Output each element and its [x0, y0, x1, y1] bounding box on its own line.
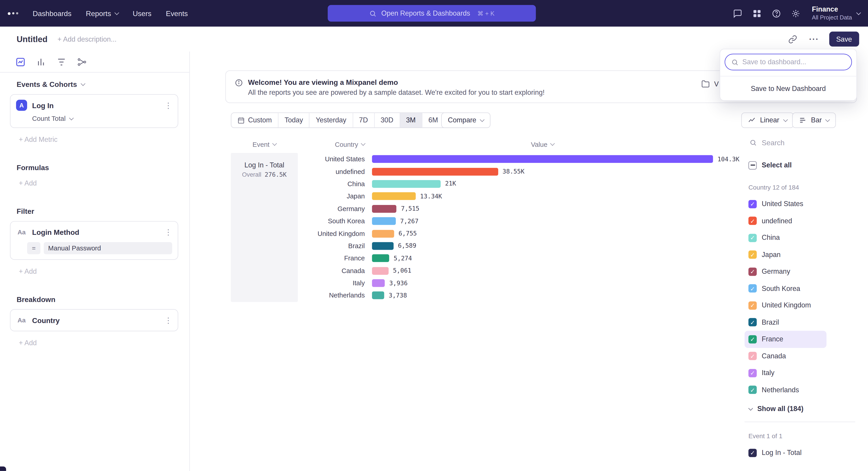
nav-item-dashboards[interactable]: Dashboards	[27, 6, 77, 21]
bar[interactable]	[372, 155, 713, 163]
events-cohorts-heading[interactable]: Events & Cohorts	[17, 80, 189, 89]
bar[interactable]	[372, 292, 384, 299]
event-series-cell[interactable]: Log In - Total Overall 276.5K	[231, 153, 298, 302]
date-range-30d[interactable]: 30D	[374, 113, 399, 127]
global-search-button[interactable]: Open Reports & Dashboards ⌘ + K	[328, 5, 536, 22]
bar[interactable]	[372, 193, 416, 200]
flows-tab-icon[interactable]	[77, 57, 87, 67]
country-filter-japan[interactable]: ✓ Japan	[745, 246, 827, 263]
country-filter-label: Brazil	[762, 319, 779, 326]
checkbox-checked-icon[interactable]: ✓	[748, 200, 757, 208]
country-filter-united-states[interactable]: ✓ United States	[745, 196, 827, 212]
project-selector[interactable]: Finance All Project Data	[812, 6, 860, 21]
save-to-new-dashboard-item[interactable]: Save to New Dashboard	[720, 76, 856, 100]
kebab-menu-icon[interactable]: ⋮	[164, 228, 172, 237]
bar[interactable]	[372, 242, 394, 250]
bar-value-label: 21K	[445, 180, 456, 187]
filter-value-input[interactable]	[43, 242, 172, 254]
show-all-button[interactable]: Show all (184)	[745, 401, 868, 417]
help-icon[interactable]	[772, 8, 781, 18]
country-filter-germany[interactable]: ✓ Germany	[745, 263, 827, 280]
date-range-yesterday[interactable]: Yesterday	[309, 113, 352, 127]
select-all-row[interactable]: Select all	[745, 157, 868, 173]
column-header-event[interactable]: Event	[231, 141, 298, 148]
aggregation-selector[interactable]: Count Total	[32, 115, 73, 122]
bar[interactable]	[372, 205, 397, 213]
breakdown-property-name[interactable]: Country	[32, 316, 159, 324]
checkbox-checked-icon[interactable]: ✓	[748, 301, 757, 310]
column-header-country[interactable]: Country	[298, 141, 365, 148]
mixpanel-logo[interactable]	[8, 8, 18, 19]
panel-search-input[interactable]	[762, 139, 845, 147]
date-range-7d[interactable]: 7D	[352, 113, 374, 127]
settings-gear-icon[interactable]	[791, 8, 801, 18]
country-filter-south-korea[interactable]: ✓ South Korea	[745, 280, 827, 297]
checkbox-checked-icon[interactable]: ✓	[748, 284, 757, 293]
bar[interactable]	[372, 230, 394, 237]
bar[interactable]	[372, 279, 385, 287]
checkbox-checked-icon[interactable]: ✓	[748, 352, 757, 360]
chart-type-button[interactable]: Bar	[792, 112, 836, 128]
chart-mode-button[interactable]: Linear	[741, 112, 794, 128]
compare-button[interactable]: Compare	[441, 112, 491, 128]
bar[interactable]	[372, 180, 441, 188]
date-range-3m[interactable]: 3M	[399, 113, 422, 127]
bar-value-label: 3,936	[389, 279, 408, 287]
add-description-button[interactable]: + Add description...	[57, 35, 116, 43]
kebab-menu-icon[interactable]: ⋮	[164, 101, 172, 110]
add-filter-button[interactable]: + Add	[19, 268, 37, 275]
country-filter-france[interactable]: ✓ France	[745, 331, 827, 348]
checkbox-checked-icon[interactable]: ✓	[748, 234, 757, 242]
checkbox-checked-icon[interactable]: ✓	[748, 267, 757, 276]
nav-item-events[interactable]: Events	[160, 6, 193, 21]
checkbox-checked-icon[interactable]: ✓	[748, 369, 757, 377]
copy-link-icon[interactable]	[786, 32, 799, 46]
add-formula-button[interactable]: + Add	[19, 179, 37, 187]
country-filter-italy[interactable]: ✓ Italy	[745, 364, 827, 381]
bar[interactable]	[372, 168, 498, 175]
metric-event-name[interactable]: Log In	[32, 101, 159, 110]
column-header-value[interactable]: Value	[372, 141, 713, 148]
checkbox-checked-icon[interactable]: ✓	[748, 318, 757, 326]
checkbox-checked-icon[interactable]: ✓	[748, 251, 757, 259]
country-filter-netherlands[interactable]: ✓ Netherlands	[745, 381, 827, 399]
panel-search[interactable]	[745, 133, 868, 151]
date-range-6m[interactable]: 6M	[422, 113, 444, 127]
country-filter-undefined[interactable]: ✓ undefined	[745, 212, 827, 229]
bar-chart-tab-icon[interactable]	[36, 57, 46, 67]
banner-action-button[interactable]: V	[702, 80, 719, 88]
apps-grid-icon[interactable]	[752, 8, 762, 18]
date-range-today[interactable]: Today	[278, 113, 309, 127]
country-filter-china[interactable]: ✓ China	[745, 229, 827, 246]
funnel-tab-icon[interactable]	[57, 57, 66, 67]
checkbox-checked-icon[interactable]: ✓	[748, 335, 757, 344]
country-filter-canada[interactable]: ✓ Canada	[745, 348, 827, 365]
feedback-icon[interactable]	[733, 8, 743, 18]
checkbox-checked-icon[interactable]: ✓	[748, 386, 757, 394]
bar[interactable]	[372, 267, 389, 275]
filter-operator[interactable]: =	[27, 242, 40, 254]
kebab-menu-icon[interactable]: ⋮	[164, 316, 172, 325]
date-range-custom[interactable]: Custom	[231, 113, 278, 127]
dashboard-search-field[interactable]	[725, 54, 852, 70]
country-filter-brazil[interactable]: ✓ Brazil	[745, 314, 827, 331]
add-metric-button[interactable]: + Add Metric	[19, 136, 57, 143]
bar[interactable]	[372, 255, 389, 262]
nav-item-reports[interactable]: Reports	[80, 6, 124, 21]
save-button[interactable]: Save	[829, 32, 859, 47]
event-filter-checkbox[interactable]: ✓	[748, 449, 757, 457]
report-title[interactable]: Untitled	[17, 34, 48, 44]
dashboard-search-input[interactable]	[742, 58, 845, 66]
insights-tab-icon[interactable]	[16, 57, 26, 67]
more-options-icon[interactable]: ···	[807, 32, 821, 46]
date-range-label: Today	[285, 116, 303, 124]
filter-property-name[interactable]: Login Method	[32, 228, 159, 236]
checkbox-indeterminate-icon[interactable]	[748, 161, 757, 169]
nav-item-users[interactable]: Users	[127, 6, 157, 21]
chevron-down-icon	[272, 141, 277, 146]
bar[interactable]	[372, 217, 396, 225]
event-filter-row[interactable]: ✓ Log In - Total	[745, 444, 827, 461]
country-filter-united-kingdom[interactable]: ✓ United Kingdom	[745, 297, 827, 314]
add-breakdown-button[interactable]: + Add	[19, 339, 37, 347]
checkbox-checked-icon[interactable]: ✓	[748, 217, 757, 225]
